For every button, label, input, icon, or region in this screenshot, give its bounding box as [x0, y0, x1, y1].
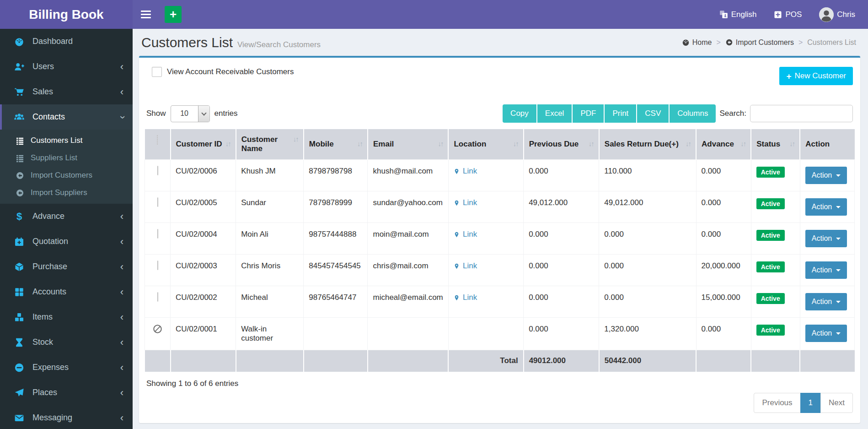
col-status[interactable]: ↓↑Status	[751, 129, 800, 160]
col-customer-id[interactable]: ↓↑Customer ID	[171, 129, 236, 160]
page-size-select[interactable]: 10	[171, 105, 210, 122]
sidebar-item-accounts[interactable]: Accounts ‹	[0, 279, 133, 304]
csv-button[interactable]: CSV	[637, 104, 670, 123]
sidebar-item-dashboard[interactable]: Dashboard	[0, 29, 133, 54]
pos-button[interactable]: POS	[774, 10, 802, 19]
sidebar-item-suppliers-list[interactable]: Suppliers List	[0, 149, 133, 167]
sidebar-item-items[interactable]: Items ‹	[0, 304, 133, 330]
sidebar-item-places[interactable]: Places ‹	[0, 380, 133, 405]
action-dropdown-button[interactable]: Action	[805, 167, 847, 184]
col-mobile[interactable]: ↓↑Mobile	[304, 129, 368, 160]
sort-icon: ↓↑	[225, 140, 230, 147]
sidebar-item-label: Expenses	[32, 363, 69, 372]
search-input[interactable]	[750, 105, 853, 122]
customer-id-cell: CU/02/0004	[171, 223, 236, 255]
select-all-checkbox[interactable]	[157, 135, 158, 145]
contacts-icon	[13, 112, 26, 122]
page-size-value: 10	[171, 106, 198, 122]
map-pin-icon	[454, 168, 460, 175]
customer-name-cell: Micheal	[236, 286, 304, 318]
arrow-circle-icon	[725, 38, 733, 46]
new-customer-button[interactable]: + New Customer	[779, 67, 853, 85]
sidebar-item-stock[interactable]: Stock ‹	[0, 330, 133, 355]
sort-icon: ↓↑	[513, 140, 518, 147]
action-dropdown-button[interactable]: Action	[805, 230, 847, 247]
sidebar-item-label: Quotation	[32, 237, 68, 246]
sidebar-item-quotation[interactable]: Quotation ‹	[0, 229, 133, 254]
email-cell: moin@mail.com	[368, 223, 449, 255]
sidebar: Dashboard Users ‹ Sales ‹ Contacts ‹	[0, 29, 133, 429]
sidebar-item-customers-list[interactable]: Customers List	[0, 132, 133, 149]
chevron-left-icon: ‹	[120, 62, 123, 72]
pagination-row: Previous 1 Next	[146, 393, 853, 413]
customers-table: ↓↑Customer ID ↓↑Customer Name ↓↑Mobile ↓…	[145, 129, 855, 372]
location-link[interactable]: Link	[454, 261, 477, 271]
sales-return-cell: 0.000	[599, 223, 696, 255]
sidebar-item-messaging[interactable]: Messaging ‹	[0, 405, 133, 429]
col-sales-return-due[interactable]: ↓↑Sales Return Due(+)	[599, 129, 696, 160]
sidebar-item-import-customers[interactable]: Import Customers	[0, 167, 133, 184]
breadcrumb: Home > Import Customers > Customers List	[682, 38, 856, 47]
row-checkbox[interactable]	[157, 261, 158, 270]
pdf-button[interactable]: PDF	[573, 104, 605, 123]
sidebar-item-contacts[interactable]: Contacts ‹	[0, 104, 133, 130]
sidebar-item-label: Users	[32, 62, 54, 71]
action-dropdown-button[interactable]: Action	[805, 198, 847, 216]
location-link[interactable]: Link	[454, 230, 477, 239]
sidebar-item-advance[interactable]: $ Advance ‹	[0, 204, 133, 229]
dashboard-icon	[682, 38, 690, 46]
brand-logo[interactable]: Billing Book	[0, 0, 133, 29]
advance-cell: 0.000	[696, 223, 751, 255]
receivable-filter: View Account Receivable Customers	[152, 67, 294, 77]
sidebar-item-import-suppliers[interactable]: Import Suppliers	[0, 184, 133, 201]
action-dropdown-button[interactable]: Action	[805, 293, 847, 310]
action-dropdown-button[interactable]: Action	[805, 261, 847, 279]
action-dropdown-button[interactable]: Action	[805, 325, 847, 342]
col-previous-due[interactable]: ↓↑Previous Due	[524, 129, 599, 160]
map-pin-icon	[454, 231, 460, 239]
language-menu[interactable]: English	[719, 10, 757, 19]
sidebar-item-expenses[interactable]: Expenses ‹	[0, 355, 133, 380]
print-button[interactable]: Print	[605, 104, 637, 123]
sort-icon: ↓↑	[357, 140, 362, 147]
breadcrumb-current: Customers List	[807, 38, 856, 47]
col-email[interactable]: ↓↑Email	[368, 129, 449, 160]
col-location[interactable]: ↓↑Location	[448, 129, 523, 160]
advance-cell: 0.000	[696, 318, 751, 350]
customer-id-cell: CU/02/0001	[171, 318, 236, 350]
location-link[interactable]: Link	[454, 293, 477, 302]
col-advance[interactable]: ↓↑Advance	[696, 129, 751, 160]
breadcrumb-separator: >	[798, 38, 803, 47]
excel-button[interactable]: Excel	[537, 104, 573, 123]
map-pin-icon	[454, 294, 460, 302]
table-row: CU/02/0002 Micheal 98765464747 micheal@e…	[145, 286, 855, 318]
columns-button[interactable]: Columns	[670, 104, 716, 123]
advance-cell: 20,000.000	[696, 255, 751, 286]
sidebar-item-users[interactable]: Users ‹	[0, 54, 133, 79]
show-label: Show	[146, 109, 166, 118]
previous-page-button[interactable]: Previous	[754, 393, 800, 413]
previous-due-total: 49012.000	[524, 350, 599, 372]
row-checkbox[interactable]	[157, 229, 158, 239]
row-checkbox[interactable]	[157, 197, 158, 207]
row-checkbox[interactable]	[157, 166, 158, 175]
receivable-checkbox[interactable]	[152, 67, 162, 77]
next-page-button[interactable]: Next	[820, 393, 853, 413]
sidebar-item-label: Places	[32, 388, 57, 397]
location-link[interactable]: Link	[454, 198, 477, 207]
sidebar-item-sales[interactable]: Sales ‹	[0, 79, 133, 104]
chevron-left-icon: ‹	[120, 87, 123, 97]
quick-add-button[interactable]: +	[165, 6, 182, 23]
row-checkbox[interactable]	[157, 292, 158, 302]
breadcrumb-import-customers[interactable]: Import Customers	[725, 38, 794, 47]
sidebar-item-purchase[interactable]: Purchase ‹	[0, 254, 133, 279]
col-customer-name[interactable]: ↓↑Customer Name	[236, 129, 304, 160]
select-all-header[interactable]	[145, 129, 171, 160]
cube-icon	[13, 262, 26, 272]
page-1-button[interactable]: 1	[800, 393, 821, 413]
location-link[interactable]: Link	[454, 167, 477, 176]
breadcrumb-home[interactable]: Home	[682, 38, 712, 47]
sidebar-toggle-button[interactable]	[133, 0, 159, 29]
copy-button[interactable]: Copy	[503, 104, 537, 123]
user-menu[interactable]: Chris	[819, 7, 855, 22]
